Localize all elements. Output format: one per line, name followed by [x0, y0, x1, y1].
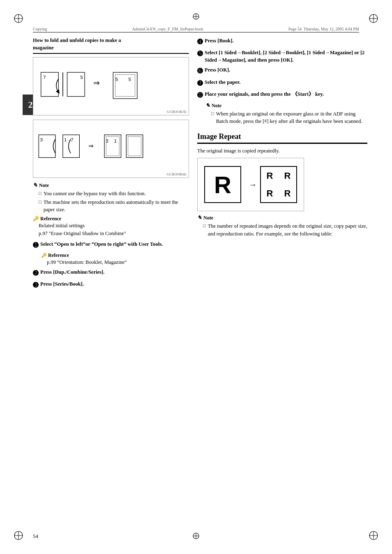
step-num-4: ➍	[197, 37, 203, 46]
ir-arrow-icon: →	[249, 180, 257, 189]
step-num-7: ➐	[197, 78, 203, 88]
book-diagram-svg-1: 7 5 ⇒	[37, 61, 185, 110]
left-ref-title: 🔑 Reference	[33, 216, 189, 222]
ref-item-2: p.97 "Erase Original Shadow in Combine"	[39, 230, 189, 237]
left-note-item-2: The machine sets the reproduction ratio …	[39, 199, 189, 213]
left-reference-section: 🔑 Reference Related initial settings p.9…	[33, 216, 189, 237]
diagram1-label: GCBOOK5E	[167, 110, 187, 114]
right-note-body: When placing an original on the exposure…	[211, 110, 367, 125]
image-repeat-diagram: R → R R R R	[197, 158, 304, 211]
step-num-5: ➎	[197, 49, 203, 64]
step-6-body: Press [OK].	[205, 66, 367, 76]
corner-mark-tr	[367, 12, 380, 25]
svg-text:5: 5	[129, 76, 131, 82]
ref-item-1: Related initial settings	[39, 222, 189, 229]
svg-text:1: 1	[64, 137, 67, 142]
ir-r-4: R	[284, 188, 291, 199]
step-1: ➊ Select “Open to left”or “Open to right…	[33, 240, 189, 250]
step-4: ➍ Press [Book].	[197, 37, 367, 46]
book-diagram-2: 3 7 1 ⇒	[33, 120, 189, 178]
ir-note-item-1: The number of repeated images depends on…	[203, 222, 367, 237]
section-label: Copying	[33, 27, 47, 31]
ir-note-section: ✎ Note The number of repeated images dep…	[197, 215, 367, 237]
image-repeat-title: Image Repeat	[197, 132, 367, 144]
left-ref-body: Related initial settings p.97 "Erase Ori…	[39, 222, 189, 237]
edge-mark-top	[192, 12, 200, 22]
step-5: ➎ Select [1 Sided→Booklet], [2 Sided→Boo…	[197, 49, 367, 64]
step-8: ➑ Place your originals, and then press t…	[197, 90, 367, 100]
left-column: How to fold and unfold copies to make a …	[33, 37, 189, 292]
diagram2-label: GCBOOK6E	[167, 172, 187, 176]
right-column: ➍ Press [Book]. ➎ Select [1 Sided→Bookle…	[197, 37, 367, 292]
ir-big-r-letter: R	[214, 171, 231, 199]
step-4-body: Press [Book].	[205, 37, 367, 46]
book-diagram-1: 7 5 ⇒	[33, 57, 189, 115]
step1-ref-body: p.99 “Orientation: Booklet, Magazine”	[47, 259, 189, 266]
svg-text:7: 7	[43, 74, 46, 80]
step-7: ➐ Select the paper.	[197, 78, 367, 88]
step-2-body: Press [Dup./Combine/Series].	[40, 268, 189, 278]
left-note-body: You cannot use the bypass tray with this…	[39, 190, 189, 213]
step-5-body: Select [1 Sided→Booklet], [2 Sided→Bookl…	[205, 49, 367, 64]
step-8-body: Place your originals, and then press the…	[205, 90, 367, 100]
step-2: ➋ Press [Dup./Combine/Series].	[33, 268, 189, 278]
step-3: ➌ Press [Series/Book].	[33, 280, 189, 290]
step-num-6: ➏	[197, 66, 203, 76]
left-note-title: ✎ Note	[33, 182, 189, 189]
svg-text:1: 1	[114, 138, 117, 143]
image-repeat-section: Image Repeat The original image is copie…	[197, 132, 367, 237]
right-note-section: ✎ Note When placing an original on the e…	[205, 102, 367, 125]
step-6: ➏ Press [OK].	[197, 66, 367, 76]
step1-ref-title: 🔑 Reference	[41, 252, 189, 259]
svg-text:⇒: ⇒	[93, 78, 100, 87]
main-content: How to fold and unfold copies to make a …	[33, 35, 367, 529]
step-num-3: ➌	[33, 280, 39, 290]
ir-result-box: R R R R	[260, 166, 297, 203]
step-1-body: Select “Open to left”or “Open to right” …	[40, 240, 189, 250]
ir-r-2: R	[284, 171, 291, 181]
step-num-8: ➑	[197, 90, 203, 100]
ref-key-icon: 🔑	[33, 216, 39, 222]
corner-mark-tl	[12, 12, 25, 25]
step-num-2: ➋	[33, 268, 39, 278]
note-pencil-icon: ✎	[33, 182, 37, 189]
svg-text:3: 3	[40, 137, 43, 142]
ir-note-body: The number of repeated images depends on…	[203, 222, 367, 237]
step-7-body: Select the paper.	[205, 78, 367, 88]
svg-text:5: 5	[115, 76, 118, 82]
left-steps: ➊ Select “Open to left”or “Open to right…	[33, 240, 189, 290]
image-repeat-description: The original image is copied repeatedly.	[197, 147, 367, 155]
svg-rect-38	[126, 135, 143, 157]
corner-mark-bl	[12, 529, 25, 542]
file-info: AdonisC4-EN_copy_F_FM_forPaper.book	[132, 27, 203, 31]
step-3-body: Press [Series/Book].	[40, 280, 189, 290]
step-num-1: ➊	[33, 240, 39, 250]
ir-note-title: ✎ Note	[197, 215, 367, 221]
svg-rect-39	[128, 136, 141, 156]
edge-mark-bottom	[192, 532, 200, 542]
left-note-item-1: You cannot use the bypass tray with this…	[39, 190, 189, 197]
right-note-pencil-icon: ✎	[205, 102, 210, 109]
svg-text:7: 7	[71, 137, 74, 142]
book-diagram-svg-2: 3 7 1 ⇒	[37, 123, 185, 173]
svg-text:⇒: ⇒	[88, 143, 94, 149]
right-note-title: ✎ Note	[205, 102, 367, 109]
left-note-section: ✎ Note You cannot use the bypass tray wi…	[33, 182, 189, 213]
svg-rect-25	[115, 74, 135, 96]
svg-text:5: 5	[80, 74, 83, 80]
right-steps: ➍ Press [Book]. ➎ Select [1 Sided→Bookle…	[197, 37, 367, 100]
header-bar: Copying AdonisC4-EN_copy_F_FM_forPaper.b…	[33, 27, 359, 32]
step1-key-icon: 🔑	[41, 253, 47, 258]
ir-note-pencil-icon: ✎	[197, 215, 202, 221]
corner-mark-br	[367, 529, 380, 542]
step-1-ref: 🔑 Reference p.99 “Orientation: Booklet, …	[41, 252, 189, 266]
two-column-layout: How to fold and unfold copies to make a …	[33, 37, 367, 292]
ir-r-1: R	[267, 171, 273, 181]
svg-text:3: 3	[106, 138, 108, 143]
file-date: Page 54 Thursday, May 12, 2005 4:04 PM	[288, 27, 359, 31]
ir-r-3: R	[267, 188, 273, 199]
left-section-title: How to fold and unfold copies to make a …	[33, 37, 189, 54]
ir-source-box: R	[204, 166, 241, 203]
right-note-item-1: When placing an original on the exposure…	[211, 110, 367, 125]
page-number: 54	[33, 533, 38, 540]
